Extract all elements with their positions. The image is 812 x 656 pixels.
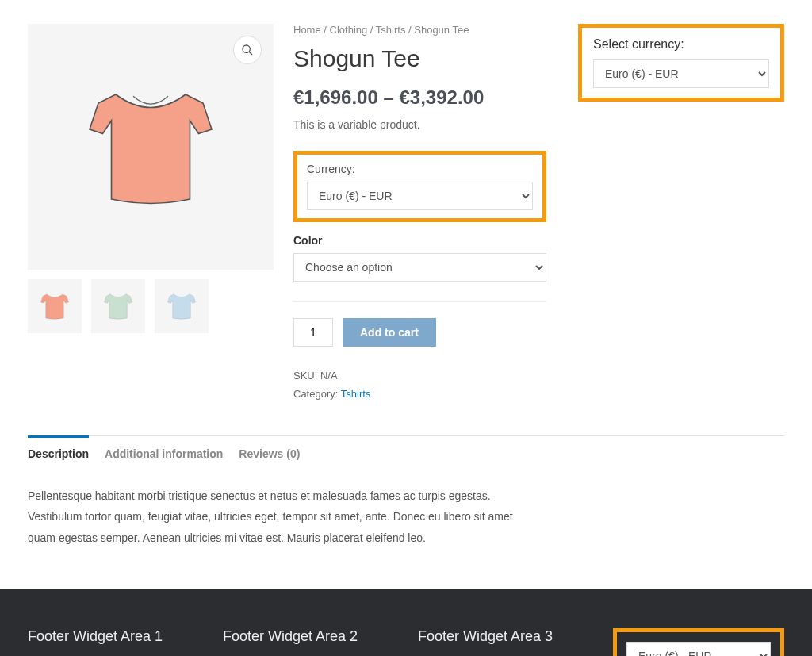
- footer-currency-select[interactable]: Euro (€) - EUR: [626, 642, 771, 656]
- search-icon: [241, 44, 254, 56]
- footer-widget-4: Euro (€) - EUR: [613, 628, 784, 656]
- breadcrumb-tshirts[interactable]: Tshirts: [376, 24, 406, 36]
- footer-widget-3-title: Footer Widget Area 3: [418, 628, 589, 645]
- footer-currency-highlight: Euro (€) - EUR: [613, 628, 784, 656]
- footer-widget-1: Footer Widget Area 1 Click here to assig…: [28, 628, 199, 656]
- color-select[interactable]: Choose an option: [293, 253, 546, 282]
- currency-select[interactable]: Euro (€) - EUR: [307, 182, 533, 210]
- footer-widget-2-title: Footer Widget Area 2: [223, 628, 394, 645]
- product-meta: SKU: N/A Category: Tshirts: [293, 366, 546, 404]
- tab-reviews[interactable]: Reviews (0): [239, 435, 300, 470]
- tab-description[interactable]: Description: [28, 435, 89, 470]
- sidebar-currency-select[interactable]: Euro (€) - EUR: [593, 59, 769, 88]
- product-gallery: [28, 24, 274, 404]
- add-to-cart-button[interactable]: Add to cart: [343, 318, 436, 347]
- quantity-input[interactable]: [293, 318, 333, 347]
- product-tabs: Description Additional information Revie…: [28, 435, 784, 470]
- breadcrumb: Home / Clothing / Tshirts / Shogun Tee: [293, 24, 546, 36]
- breadcrumb-home[interactable]: Home: [293, 24, 321, 36]
- product-price: €1,696.00 – €3,392.00: [293, 86, 546, 109]
- gallery-thumbnails: [28, 279, 274, 333]
- short-description: This is a variable product.: [293, 118, 546, 131]
- footer: Footer Widget Area 1 Click here to assig…: [0, 589, 812, 656]
- currency-selector-highlight: Currency: Euro (€) - EUR: [293, 151, 546, 222]
- svg-point-0: [243, 45, 250, 52]
- thumbnail-blue[interactable]: [155, 279, 209, 333]
- sidebar: Select currency: Euro (€) - EUR: [578, 24, 784, 404]
- thumbnail-green[interactable]: [91, 279, 145, 333]
- tab-additional-info[interactable]: Additional information: [105, 435, 223, 470]
- sku-value: N/A: [320, 370, 338, 382]
- category-link[interactable]: Tshirts: [341, 388, 371, 400]
- currency-label: Currency:: [307, 163, 533, 175]
- sidebar-currency-highlight: Select currency: Euro (€) - EUR: [578, 24, 784, 102]
- sidebar-currency-label: Select currency:: [593, 37, 769, 52]
- product-title: Shogun Tee: [293, 45, 546, 72]
- svg-line-1: [249, 52, 252, 55]
- footer-widget-3: Footer Widget Area 3 Click here to assig…: [418, 628, 589, 656]
- breadcrumb-current: Shogun Tee: [414, 24, 469, 36]
- product-summary: Home / Clothing / Tshirts / Shogun Tee S…: [293, 24, 546, 404]
- footer-widget-1-title: Footer Widget Area 1: [28, 628, 199, 645]
- gallery-main-image[interactable]: [28, 24, 274, 270]
- thumbnail-red[interactable]: [28, 279, 82, 333]
- footer-widget-2: Footer Widget Area 2 Click here to assig…: [223, 628, 394, 656]
- color-label: Color: [293, 234, 546, 247]
- breadcrumb-clothing[interactable]: Clothing: [330, 24, 368, 36]
- zoom-button[interactable]: [233, 36, 262, 64]
- tshirt-illustration-red: [63, 59, 238, 234]
- tab-content-description: Pellentesque habitant morbi tristique se…: [28, 470, 519, 565]
